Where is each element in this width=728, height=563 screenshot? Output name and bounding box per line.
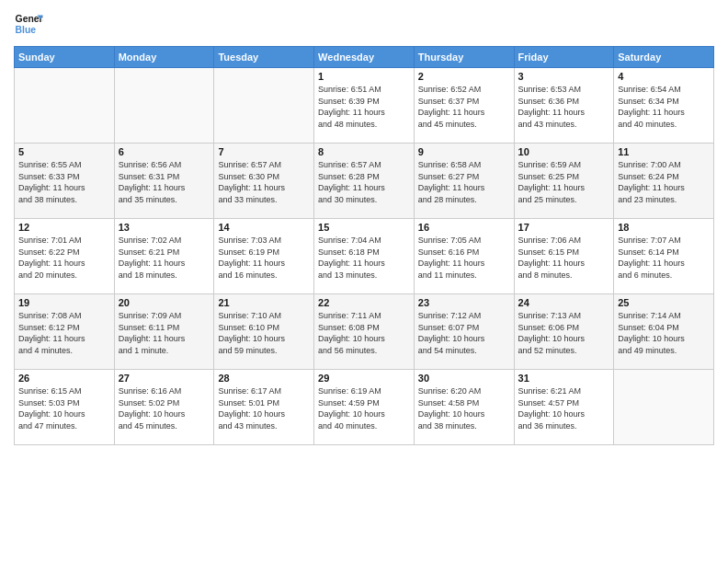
logo: General Blue xyxy=(14,9,49,39)
day-number: 19 xyxy=(18,297,110,308)
calendar-cell: 9Sunrise: 6:58 AM Sunset: 6:27 PM Daylig… xyxy=(414,144,514,219)
calendar-cell: 5Sunrise: 6:55 AM Sunset: 6:33 PM Daylig… xyxy=(15,144,115,219)
calendar-cell: 26Sunrise: 6:15 AM Sunset: 5:03 PM Dayli… xyxy=(15,370,115,445)
day-number: 10 xyxy=(518,146,610,157)
day-number: 2 xyxy=(418,71,510,82)
day-info: Sunrise: 6:53 AM Sunset: 6:36 PM Dayligh… xyxy=(518,84,610,130)
calendar-cell: 15Sunrise: 7:04 AM Sunset: 6:18 PM Dayli… xyxy=(314,219,415,294)
calendar-cell: 18Sunrise: 7:07 AM Sunset: 6:14 PM Dayli… xyxy=(614,219,714,294)
day-number: 3 xyxy=(518,71,610,82)
calendar-cell: 28Sunrise: 6:17 AM Sunset: 5:01 PM Dayli… xyxy=(214,370,314,445)
day-info: Sunrise: 6:21 AM Sunset: 4:57 PM Dayligh… xyxy=(518,385,610,431)
day-number: 14 xyxy=(218,222,310,233)
calendar-cell: 2Sunrise: 6:52 AM Sunset: 6:37 PM Daylig… xyxy=(414,68,514,144)
weekday-header-monday: Monday xyxy=(114,47,214,68)
day-number: 7 xyxy=(218,146,310,157)
calendar-cell: 3Sunrise: 6:53 AM Sunset: 6:36 PM Daylig… xyxy=(514,68,614,144)
day-info: Sunrise: 7:03 AM Sunset: 6:19 PM Dayligh… xyxy=(218,235,310,281)
calendar-cell: 13Sunrise: 7:02 AM Sunset: 6:21 PM Dayli… xyxy=(114,219,214,294)
calendar-cell: 17Sunrise: 7:06 AM Sunset: 6:15 PM Dayli… xyxy=(514,219,614,294)
day-number: 30 xyxy=(418,373,510,384)
calendar-cell: 27Sunrise: 6:16 AM Sunset: 5:02 PM Dayli… xyxy=(114,370,214,445)
day-info: Sunrise: 7:05 AM Sunset: 6:16 PM Dayligh… xyxy=(418,235,510,281)
calendar-cell: 6Sunrise: 6:56 AM Sunset: 6:31 PM Daylig… xyxy=(114,144,214,219)
day-info: Sunrise: 6:20 AM Sunset: 4:58 PM Dayligh… xyxy=(418,385,510,431)
week-row-3: 12Sunrise: 7:01 AM Sunset: 6:22 PM Dayli… xyxy=(15,219,714,294)
day-info: Sunrise: 6:59 AM Sunset: 6:25 PM Dayligh… xyxy=(518,159,610,205)
weekday-header-sunday: Sunday xyxy=(15,47,115,68)
day-info: Sunrise: 7:08 AM Sunset: 6:12 PM Dayligh… xyxy=(18,310,110,356)
calendar-cell: 24Sunrise: 7:13 AM Sunset: 6:06 PM Dayli… xyxy=(514,294,614,370)
day-number: 18 xyxy=(618,222,710,233)
calendar-cell xyxy=(15,68,115,144)
calendar-cell: 30Sunrise: 6:20 AM Sunset: 4:58 PM Dayli… xyxy=(414,370,514,445)
day-info: Sunrise: 7:00 AM Sunset: 6:24 PM Dayligh… xyxy=(618,159,710,205)
day-number: 26 xyxy=(18,373,110,384)
day-info: Sunrise: 7:07 AM Sunset: 6:14 PM Dayligh… xyxy=(618,235,710,281)
day-number: 24 xyxy=(518,297,610,308)
calendar-cell: 31Sunrise: 6:21 AM Sunset: 4:57 PM Dayli… xyxy=(514,370,614,445)
day-number: 23 xyxy=(418,297,510,308)
day-number: 6 xyxy=(119,146,210,157)
day-info: Sunrise: 6:15 AM Sunset: 5:03 PM Dayligh… xyxy=(18,385,110,431)
day-info: Sunrise: 6:56 AM Sunset: 6:31 PM Dayligh… xyxy=(119,159,210,205)
day-info: Sunrise: 6:55 AM Sunset: 6:33 PM Dayligh… xyxy=(18,159,110,205)
day-number: 17 xyxy=(518,222,610,233)
day-number: 22 xyxy=(318,297,410,308)
calendar-cell: 22Sunrise: 7:11 AM Sunset: 6:08 PM Dayli… xyxy=(314,294,415,370)
day-number: 4 xyxy=(618,71,710,82)
day-info: Sunrise: 7:10 AM Sunset: 6:10 PM Dayligh… xyxy=(218,310,310,356)
logo-icon: General Blue xyxy=(14,9,43,39)
day-number: 8 xyxy=(318,146,410,157)
day-number: 21 xyxy=(218,297,310,308)
calendar-cell: 19Sunrise: 7:08 AM Sunset: 6:12 PM Dayli… xyxy=(15,294,115,370)
week-row-1: 1Sunrise: 6:51 AM Sunset: 6:39 PM Daylig… xyxy=(15,68,714,144)
calendar-cell: 20Sunrise: 7:09 AM Sunset: 6:11 PM Dayli… xyxy=(114,294,214,370)
day-number: 12 xyxy=(18,222,110,233)
weekday-header-saturday: Saturday xyxy=(614,47,714,68)
weekday-header-row: SundayMondayTuesdayWednesdayThursdayFrid… xyxy=(15,47,714,68)
day-info: Sunrise: 6:51 AM Sunset: 6:39 PM Dayligh… xyxy=(318,84,410,130)
day-number: 15 xyxy=(318,222,410,233)
day-number: 1 xyxy=(318,71,410,82)
day-info: Sunrise: 7:12 AM Sunset: 6:07 PM Dayligh… xyxy=(418,310,510,356)
calendar-cell: 1Sunrise: 6:51 AM Sunset: 6:39 PM Daylig… xyxy=(314,68,415,144)
calendar-body: 1Sunrise: 6:51 AM Sunset: 6:39 PM Daylig… xyxy=(15,68,714,445)
day-number: 31 xyxy=(518,373,610,384)
day-info: Sunrise: 7:04 AM Sunset: 6:18 PM Dayligh… xyxy=(318,235,410,281)
day-info: Sunrise: 6:16 AM Sunset: 5:02 PM Dayligh… xyxy=(119,385,210,431)
calendar-cell: 23Sunrise: 7:12 AM Sunset: 6:07 PM Dayli… xyxy=(414,294,514,370)
calendar-cell: 25Sunrise: 7:14 AM Sunset: 6:04 PM Dayli… xyxy=(614,294,714,370)
day-number: 25 xyxy=(618,297,710,308)
calendar-page: General Blue SundayMondayTuesdayWednesda… xyxy=(0,0,728,563)
calendar-cell: 21Sunrise: 7:10 AM Sunset: 6:10 PM Dayli… xyxy=(214,294,314,370)
day-info: Sunrise: 6:57 AM Sunset: 6:28 PM Dayligh… xyxy=(318,159,410,205)
calendar-table: SundayMondayTuesdayWednesdayThursdayFrid… xyxy=(14,46,714,445)
day-info: Sunrise: 7:06 AM Sunset: 6:15 PM Dayligh… xyxy=(518,235,610,281)
day-info: Sunrise: 7:01 AM Sunset: 6:22 PM Dayligh… xyxy=(18,235,110,281)
weekday-header-friday: Friday xyxy=(514,47,614,68)
weekday-header-tuesday: Tuesday xyxy=(214,47,314,68)
header: General Blue xyxy=(14,9,714,39)
calendar-cell: 11Sunrise: 7:00 AM Sunset: 6:24 PM Dayli… xyxy=(614,144,714,219)
calendar-cell: 4Sunrise: 6:54 AM Sunset: 6:34 PM Daylig… xyxy=(614,68,714,144)
day-number: 16 xyxy=(418,222,510,233)
svg-text:Blue: Blue xyxy=(16,25,37,35)
day-info: Sunrise: 7:11 AM Sunset: 6:08 PM Dayligh… xyxy=(318,310,410,356)
week-row-2: 5Sunrise: 6:55 AM Sunset: 6:33 PM Daylig… xyxy=(15,144,714,219)
week-row-4: 19Sunrise: 7:08 AM Sunset: 6:12 PM Dayli… xyxy=(15,294,714,370)
day-number: 5 xyxy=(18,146,110,157)
calendar-cell: 14Sunrise: 7:03 AM Sunset: 6:19 PM Dayli… xyxy=(214,219,314,294)
day-number: 11 xyxy=(618,146,710,157)
week-row-5: 26Sunrise: 6:15 AM Sunset: 5:03 PM Dayli… xyxy=(15,370,714,445)
calendar-cell: 7Sunrise: 6:57 AM Sunset: 6:30 PM Daylig… xyxy=(214,144,314,219)
calendar-cell: 10Sunrise: 6:59 AM Sunset: 6:25 PM Dayli… xyxy=(514,144,614,219)
day-info: Sunrise: 7:14 AM Sunset: 6:04 PM Dayligh… xyxy=(618,310,710,356)
day-info: Sunrise: 6:54 AM Sunset: 6:34 PM Dayligh… xyxy=(618,84,710,130)
day-info: Sunrise: 7:09 AM Sunset: 6:11 PM Dayligh… xyxy=(119,310,210,356)
calendar-cell: 16Sunrise: 7:05 AM Sunset: 6:16 PM Dayli… xyxy=(414,219,514,294)
calendar-cell xyxy=(114,68,214,144)
day-number: 9 xyxy=(418,146,510,157)
day-number: 20 xyxy=(119,297,210,308)
day-number: 28 xyxy=(218,373,310,384)
